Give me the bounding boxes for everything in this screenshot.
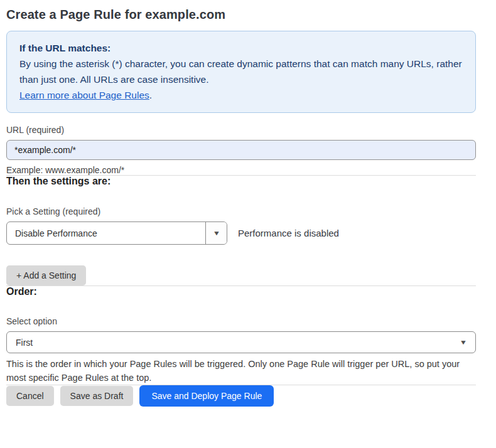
url-match-info-box: If the URL matches: By using the asteris… [6,31,476,113]
info-box-body: By using the asterisk (*) character, you… [19,58,462,85]
footer-actions: Cancel Save as Draft Save and Deploy Pag… [6,385,476,407]
url-example-text: Example: www.example.com/* [6,165,476,175]
setting-status-text: Performance is disabled [238,228,339,238]
order-helper-text: This is the order in which your Page Rul… [6,357,476,385]
add-setting-button[interactable]: + Add a Setting [6,265,86,285]
settings-section-heading: Then the settings are: [6,176,476,187]
save-draft-button[interactable]: Save as Draft [60,386,134,406]
setting-picker-value: Disable Performance [7,222,205,244]
order-select-label: Select option [6,316,476,326]
page-rule-form: Create a Page Rule for example.com If th… [0,0,496,448]
info-box-heading: If the URL matches: [19,40,463,56]
order-section-heading: Order: [6,286,476,297]
order-select[interactable]: First ▼ [6,331,476,353]
setting-picker-select[interactable]: Disable Performance ▼ [6,221,227,245]
url-label: URL (required) [6,125,476,135]
setting-picker-label: Pick a Setting (required) [6,206,476,216]
cancel-button[interactable]: Cancel [6,386,54,406]
info-link-suffix: . [149,90,152,100]
save-deploy-button[interactable]: Save and Deploy Page Rule [139,385,274,407]
chevron-down-icon: ▼ [212,230,220,237]
chevron-down-icon: ▼ [460,339,467,346]
page-rules-learn-more-link[interactable]: Learn more about Page Rules [19,90,149,100]
page-title: Create a Page Rule for example.com [6,8,476,22]
order-select-value: First [16,338,33,348]
url-input[interactable] [6,140,476,160]
setting-picker-arrow-button[interactable]: ▼ [205,222,227,244]
